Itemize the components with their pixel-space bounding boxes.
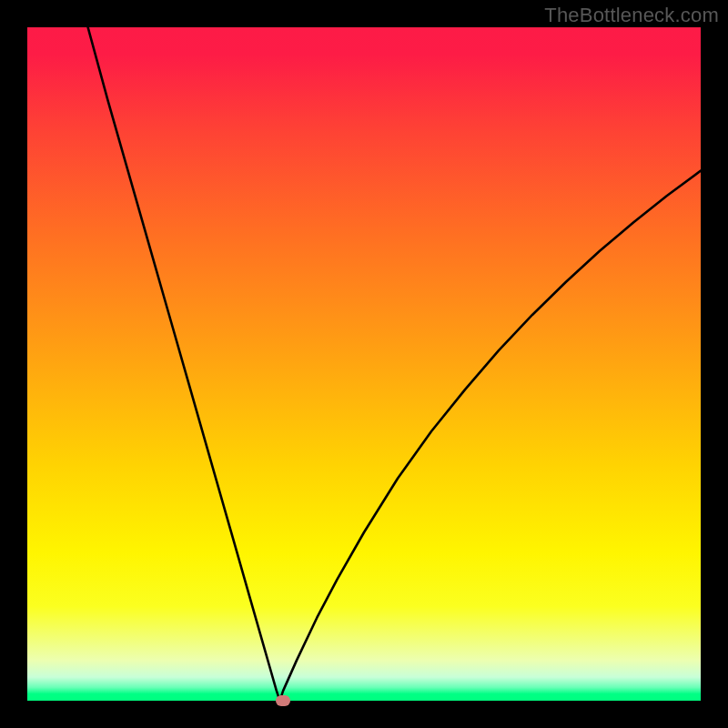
bottleneck-curve	[88, 27, 701, 701]
chart-container: TheBottleneck.com	[0, 0, 728, 728]
watermark-text: TheBottleneck.com	[544, 4, 719, 27]
plot-area	[27, 27, 701, 701]
optimum-marker	[276, 695, 290, 706]
curve-svg	[27, 27, 701, 701]
